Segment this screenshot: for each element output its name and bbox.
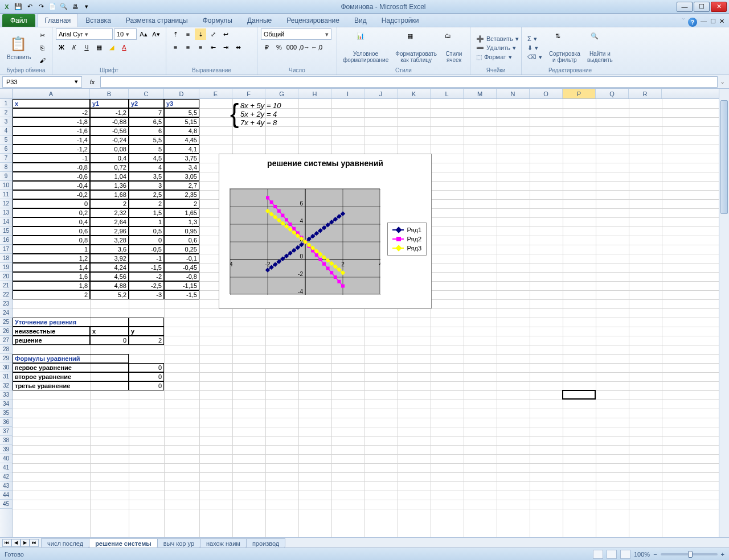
cell-C22[interactable]: -3 <box>129 290 164 299</box>
row-header-38[interactable]: 38 <box>0 436 12 445</box>
cell-A18[interactable]: 1,2 <box>13 254 90 263</box>
cell-B5[interactable]: -0,24 <box>90 135 129 145</box>
cell-C32[interactable]: 0 <box>129 381 164 390</box>
col-header-K[interactable]: K <box>398 89 431 98</box>
cell-A19[interactable]: 1,4 <box>13 263 90 272</box>
cell-B16[interactable]: 3,28 <box>90 236 129 245</box>
cell-C3[interactable]: 6,5 <box>129 117 164 126</box>
prev-sheet-button[interactable]: ◀ <box>11 539 21 547</box>
cell-B7[interactable]: 0,4 <box>90 154 129 163</box>
col-header-E[interactable]: E <box>199 89 232 98</box>
border-icon[interactable]: ▦ <box>93 42 105 53</box>
cell-A17[interactable]: 1 <box>13 245 90 254</box>
fill-button[interactable]: ⬇▾ <box>525 44 544 52</box>
autosum-button[interactable]: Σ▾ <box>525 35 544 43</box>
row-header-11[interactable]: 11 <box>0 190 12 199</box>
row-header-36[interactable]: 36 <box>0 418 12 427</box>
cell-A22[interactable]: 2 <box>13 290 90 299</box>
row-header-29[interactable]: 29 <box>0 354 12 363</box>
row-header-44[interactable]: 44 <box>0 491 12 500</box>
row-header-37[interactable]: 37 <box>0 427 12 436</box>
row-header-26[interactable]: 26 <box>0 327 12 336</box>
cell-B15[interactable]: 2,96 <box>90 227 129 236</box>
save-icon[interactable]: 💾 <box>14 2 23 11</box>
format-table-button[interactable]: ▦Форматировать как таблицу <box>393 31 439 64</box>
cell-D14[interactable]: 1,3 <box>164 217 199 227</box>
cell-C17[interactable]: -0,5 <box>129 245 164 254</box>
cell-A13[interactable]: 0,2 <box>13 208 90 217</box>
row-header-30[interactable]: 30 <box>0 363 12 372</box>
cell-D22[interactable]: -1,5 <box>164 290 199 299</box>
col-header-R[interactable]: R <box>629 89 662 98</box>
page-break-view-button[interactable] <box>620 550 630 559</box>
row-header-31[interactable]: 31 <box>0 372 12 381</box>
fx-icon[interactable]: fx <box>87 76 98 88</box>
format-painter-icon[interactable]: 🖌 <box>36 55 48 66</box>
font-color-icon[interactable]: A <box>118 42 130 53</box>
cell-D21[interactable]: -1,15 <box>164 281 199 290</box>
normal-view-button[interactable] <box>593 550 603 559</box>
formula-input[interactable] <box>100 76 718 88</box>
cell-B26[interactable]: x <box>90 327 129 336</box>
grow-font-icon[interactable]: A▴ <box>138 28 149 40</box>
doc-close-icon[interactable]: ✕ <box>719 18 724 27</box>
row-header-40[interactable]: 40 <box>0 454 12 463</box>
cell-C6[interactable]: 5 <box>129 145 164 154</box>
cell-A26[interactable]: неизвестные <box>13 327 90 336</box>
first-sheet-button[interactable]: ⏮ <box>2 539 11 547</box>
cell-C19[interactable]: -1,5 <box>129 263 164 272</box>
col-header-A[interactable]: A <box>13 89 90 98</box>
row-header-6[interactable]: 6 <box>0 145 12 154</box>
cell-A6[interactable]: -1,2 <box>13 145 90 154</box>
row-header-42[interactable]: 42 <box>0 472 12 481</box>
row-header-4[interactable]: 4 <box>0 126 12 135</box>
clear-button[interactable]: ⌫▾ <box>525 53 544 61</box>
cell-styles-button[interactable]: 🗂Стили ячеек <box>441 31 466 64</box>
cell-D9[interactable]: 3,05 <box>164 172 199 181</box>
paste-button[interactable]: 📋 Вставить <box>3 35 34 61</box>
shrink-font-icon[interactable]: A▾ <box>150 28 162 40</box>
ribbon-minimize-icon[interactable]: ˇ <box>682 18 685 27</box>
align-left-icon[interactable]: ≡ <box>170 42 181 53</box>
find-select-button[interactable]: 🔍Найти и выделить <box>585 31 615 64</box>
cell-C5[interactable]: 5,5 <box>129 135 164 145</box>
help-icon[interactable]: ? <box>688 18 697 27</box>
col-header-I[interactable]: I <box>331 89 364 98</box>
row-header-9[interactable]: 9 <box>0 172 12 181</box>
row-header-22[interactable]: 22 <box>0 290 12 299</box>
zoom-slider[interactable] <box>661 553 718 555</box>
cell-B3[interactable]: -0,88 <box>90 117 129 126</box>
cell-A12[interactable]: 0 <box>13 199 90 208</box>
cell-A14[interactable]: 0,4 <box>13 217 90 227</box>
cell-C7[interactable]: 4,5 <box>129 154 164 163</box>
cond-format-button[interactable]: 📊Условное форматирование <box>341 31 391 64</box>
sheet-tab-4[interactable]: производ <box>246 538 285 548</box>
row-header-35[interactable]: 35 <box>0 409 12 418</box>
row-header-14[interactable]: 14 <box>0 217 12 227</box>
font-name-combo[interactable]: Arial Cyr▾ <box>56 28 113 40</box>
sort-filter-button[interactable]: ⇅Сортировка и фильтр <box>547 31 583 64</box>
row-header-21[interactable]: 21 <box>0 281 12 290</box>
cell-B14[interactable]: 2,64 <box>90 217 129 227</box>
cell-C30[interactable]: 0 <box>129 363 164 372</box>
cell-D8[interactable]: 3,4 <box>164 163 199 172</box>
ribbon-tab-7[interactable]: Надстройки <box>374 14 427 27</box>
zoom-in-button[interactable]: + <box>721 551 724 558</box>
col-header-L[interactable]: L <box>431 89 464 98</box>
cell-A2[interactable]: -2 <box>13 108 90 117</box>
cell-D20[interactable]: -0,8 <box>164 272 199 281</box>
row-header-2[interactable]: 2 <box>0 108 12 117</box>
cell-C2[interactable]: 7 <box>129 108 164 117</box>
comma-icon[interactable]: 000 <box>286 42 297 53</box>
cell-D11[interactable]: 2,35 <box>164 190 199 199</box>
ribbon-tab-4[interactable]: Данные <box>240 14 279 27</box>
cell-C21[interactable]: -2,5 <box>129 281 164 290</box>
row-header-25[interactable]: 25 <box>0 318 12 327</box>
maximize-button[interactable]: ☐ <box>694 2 710 12</box>
cell-B20[interactable]: 4,56 <box>90 272 129 281</box>
chart[interactable]: решение системы уравнений-4-202468-4-224… <box>219 154 432 308</box>
cell-A1[interactable]: x <box>13 99 90 108</box>
cell-D3[interactable]: 5,15 <box>164 117 199 126</box>
row-header-32[interactable]: 32 <box>0 381 12 390</box>
row-header-16[interactable]: 16 <box>0 236 12 245</box>
